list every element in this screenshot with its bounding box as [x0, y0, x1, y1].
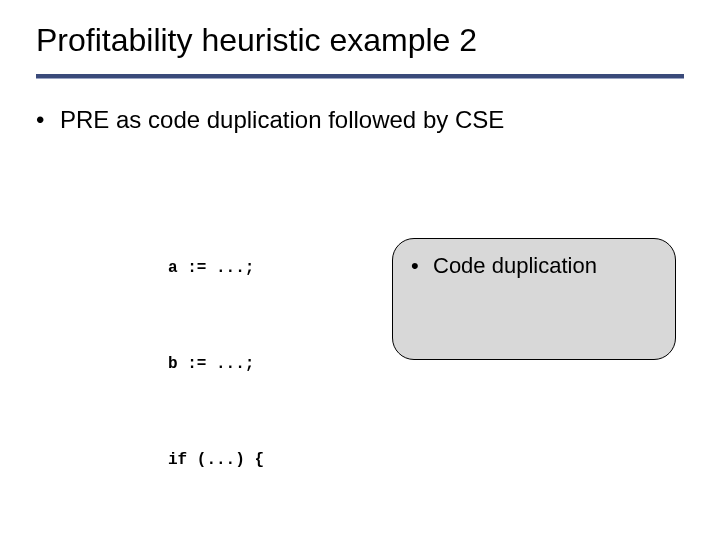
callout-box: • Code duplication — [392, 238, 676, 360]
bullet-text-1: PRE as code duplication followed by CSE — [60, 106, 504, 134]
slide: Profitability heuristic example 2 • PRE … — [0, 0, 720, 540]
bullet-icon: • — [411, 253, 433, 279]
bullet-icon: • — [36, 106, 60, 134]
callout-item-1: • Code duplication — [411, 253, 657, 279]
code-line: if (...) { — [168, 444, 302, 476]
callout-text-1: Code duplication — [433, 253, 597, 279]
bullet-item-1: • PRE as code duplication followed by CS… — [36, 106, 504, 134]
code-line: a := ...; — [168, 252, 302, 284]
code-line: b := ...; — [168, 348, 302, 380]
code-block: a := ...; b := ...; if (...) { a := ...;… — [168, 188, 302, 540]
page-title: Profitability heuristic example 2 — [36, 22, 477, 59]
title-rule — [36, 74, 684, 79]
